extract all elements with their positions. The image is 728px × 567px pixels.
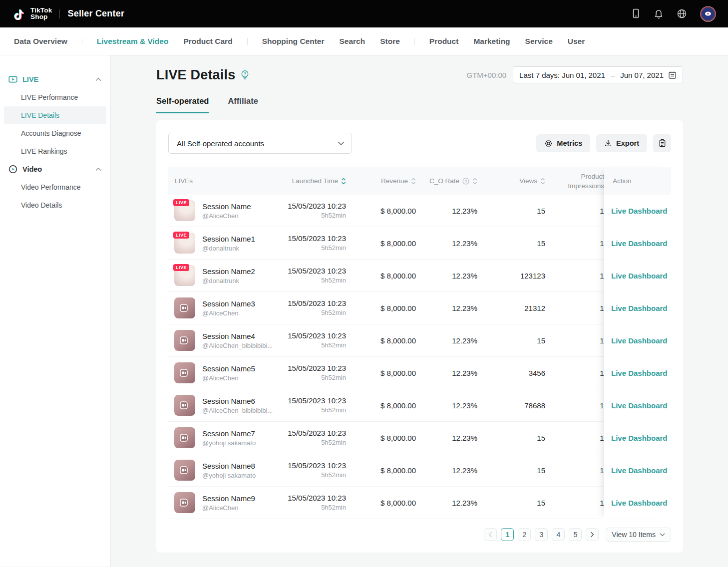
- live-dashboard-link[interactable]: Live Dashboard: [604, 324, 671, 357]
- question-circle-icon[interactable]: ?: [462, 178, 469, 185]
- page-button-5[interactable]: 5: [569, 528, 582, 541]
- date-range-picker[interactable]: Last 7 days: Jun 01, 2021 – Jun 07, 2021: [513, 66, 683, 83]
- live-badge: LIVE: [173, 264, 189, 271]
- live-duration: 5h52min: [286, 276, 346, 285]
- table-row: LIVE Session Name3 @AliceChen 15/05/2023…: [168, 292, 671, 324]
- sort-icon[interactable]: [472, 178, 477, 185]
- sidebar-item-accounts-diagnose[interactable]: Accounts Diagnose: [4, 124, 106, 142]
- session-thumbnail[interactable]: LIVE: [174, 297, 195, 318]
- session-thumbnail[interactable]: LIVE: [174, 200, 195, 221]
- tab-self-operated[interactable]: Self-operated: [156, 96, 209, 113]
- co-rate-value: 12.23%: [416, 499, 477, 507]
- live-badge: LIVE: [173, 199, 189, 206]
- live-dashboard-link[interactable]: Live Dashboard: [604, 292, 671, 324]
- account-filter-select[interactable]: All Self-operated accounts: [168, 133, 352, 154]
- session-thumbnail[interactable]: LIVE: [174, 362, 195, 383]
- live-dashboard-link[interactable]: Live Dashboard: [604, 227, 671, 260]
- sidebar-item-video-details[interactable]: Video Details: [4, 196, 106, 214]
- video-camera-icon: [174, 427, 195, 448]
- account-handle: @yohoji sakamato: [202, 471, 256, 480]
- page-button-1[interactable]: 1: [501, 528, 514, 541]
- sidebar-item-live-rankings[interactable]: LIVE Rankings: [4, 142, 106, 160]
- page-size-select[interactable]: View 10 Items: [606, 528, 671, 542]
- primary-nav: Data Overview Livestream & Video Product…: [0, 27, 728, 55]
- launched-date: 15/05/2023 10:23: [286, 331, 346, 341]
- account-handle: @yohoji sakamato: [202, 439, 256, 448]
- live-dashboard-link[interactable]: Live Dashboard: [604, 389, 671, 422]
- notification-bell-icon[interactable]: [654, 8, 664, 19]
- nav-divider: [247, 38, 248, 45]
- nav-item-shopping-center[interactable]: Shopping Center: [262, 37, 325, 46]
- live-dashboard-link[interactable]: Live Dashboard: [604, 195, 671, 227]
- brand-text: TikTok Shop: [30, 7, 52, 20]
- session-name: Session Name4: [202, 331, 273, 341]
- nav-item-product-card[interactable]: Product Card: [183, 37, 232, 46]
- page-button-2[interactable]: 2: [518, 528, 531, 541]
- column-header-co-rate[interactable]: C_O Rate ?: [416, 177, 477, 185]
- user-avatar[interactable]: [700, 6, 716, 22]
- svg-text:?: ?: [465, 179, 467, 184]
- mobile-app-icon[interactable]: [631, 8, 641, 19]
- next-page-button[interactable]: [586, 528, 599, 541]
- nav-divider: [82, 38, 82, 45]
- sidebar-group-live[interactable]: LIVE: [0, 70, 110, 88]
- nav-item-product[interactable]: Product: [429, 37, 459, 46]
- session-thumbnail[interactable]: LIVE: [174, 233, 195, 254]
- session-thumbnail[interactable]: LIVE: [174, 265, 195, 286]
- session-thumbnail[interactable]: LIVE: [174, 395, 195, 416]
- views-value: 15: [477, 434, 545, 442]
- page-button-3[interactable]: 3: [535, 528, 548, 541]
- prev-page-button[interactable]: [484, 528, 497, 541]
- seller-center-title: Seller Center: [67, 8, 124, 19]
- live-dashboard-link[interactable]: Live Dashboard: [604, 357, 671, 389]
- session-thumbnail[interactable]: LIVE: [174, 427, 195, 448]
- nav-item-user[interactable]: User: [568, 37, 585, 46]
- session-thumbnail[interactable]: LIVE: [174, 330, 195, 351]
- sidebar-group-video[interactable]: Video: [0, 160, 110, 178]
- sort-icon[interactable]: [411, 178, 416, 185]
- nav-item-service[interactable]: Service: [525, 37, 553, 46]
- column-header-views[interactable]: Views: [477, 177, 545, 185]
- table-row: LIVE Session Name9 @AliceChen 15/05/2023…: [168, 487, 671, 519]
- revenue-value: $ 8,000.00: [346, 239, 416, 248]
- tiktok-shop-logo[interactable]: TikTok Shop: [12, 7, 52, 20]
- co-rate-value: 12.23%: [416, 336, 477, 345]
- sort-icon[interactable]: [540, 178, 545, 185]
- clipboard-button[interactable]: [653, 134, 671, 152]
- column-header-revenue[interactable]: Revenue: [346, 177, 416, 185]
- session-thumbnail[interactable]: LIVE: [174, 492, 195, 513]
- clipboard-icon: [658, 139, 667, 148]
- nav-item-data-overview[interactable]: Data Overview: [14, 37, 67, 46]
- language-globe-icon[interactable]: [677, 8, 687, 19]
- sidebar-item-live-details[interactable]: LIVE Details: [4, 106, 106, 124]
- session-name: Session Name1: [202, 234, 255, 244]
- metrics-button[interactable]: Metrics: [536, 134, 590, 152]
- co-rate-value: 12.23%: [416, 272, 477, 280]
- live-dashboard-link[interactable]: Live Dashboard: [604, 260, 671, 292]
- column-header-launched-time[interactable]: Launched Time: [286, 177, 346, 185]
- live-details-table: LIVEs Launched Time Revenue: [168, 167, 671, 519]
- session-name: Session Name: [202, 201, 251, 212]
- sidebar-item-live-performance[interactable]: LIVE Performance: [4, 88, 106, 106]
- live-dashboard-link[interactable]: Live Dashboard: [604, 454, 671, 487]
- views-value: 123123: [477, 272, 545, 280]
- page-title: LIVE Details: [156, 67, 235, 83]
- nav-item-store[interactable]: Store: [380, 37, 400, 46]
- help-bulb-icon[interactable]: ?: [240, 70, 250, 80]
- video-camera-icon: [174, 492, 195, 513]
- sidebar-item-video-performance[interactable]: Video Performance: [4, 178, 106, 196]
- sort-icon[interactable]: [341, 178, 346, 185]
- column-header-product-impressions: Product Impressions: [558, 172, 604, 191]
- nav-item-marketing[interactable]: Marketing: [473, 37, 510, 46]
- date-range-start: Last 7 days: Jun 01, 2021: [519, 71, 605, 79]
- nav-item-search[interactable]: Search: [339, 37, 365, 46]
- tab-affiliate[interactable]: Affiliate: [228, 96, 258, 113]
- export-button[interactable]: Export: [596, 134, 647, 152]
- nav-item-livestream-video[interactable]: Livestream & Video: [97, 37, 169, 46]
- table-row: LIVE Session Name6 @AliceChen_bibibibibi…: [168, 389, 671, 422]
- session-thumbnail[interactable]: LIVE: [174, 460, 195, 481]
- download-icon: [604, 139, 612, 147]
- live-dashboard-link[interactable]: Live Dashboard: [604, 422, 671, 454]
- page-button-4[interactable]: 4: [552, 528, 565, 541]
- live-dashboard-link[interactable]: Live Dashboard: [604, 487, 671, 519]
